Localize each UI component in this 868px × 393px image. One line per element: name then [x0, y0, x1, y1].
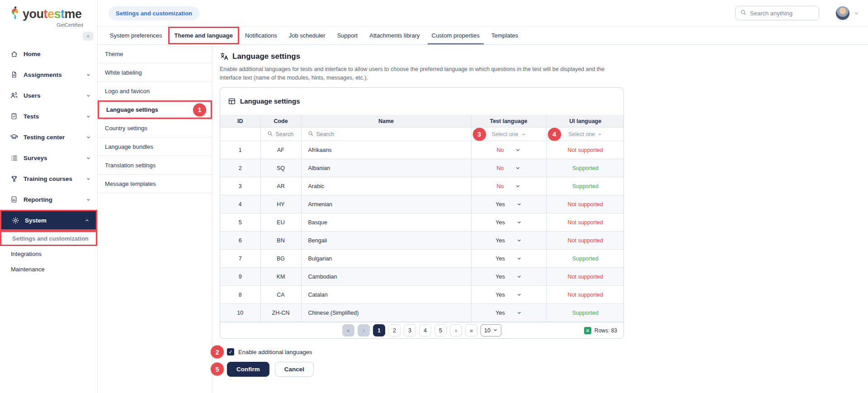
test-language-filter-cell[interactable]: 3 Select one	[471, 128, 546, 141]
cell-name: Armenian	[301, 195, 471, 213]
sidebar-item-tests[interactable]: Tests	[0, 106, 97, 127]
annotation-badge-2: 2	[211, 346, 224, 359]
tab-templates[interactable]: Templates	[486, 27, 524, 44]
settings-nav-translation-settings[interactable]: Translation settings	[98, 156, 212, 175]
cell-code: BN	[260, 232, 301, 250]
pagination-first-button[interactable]: «	[342, 324, 354, 336]
settings-nav-message-templates[interactable]: Message templates	[98, 175, 212, 193]
page-size-select[interactable]: 10	[481, 324, 501, 336]
sidebar-subitem-integrations[interactable]: Integrations	[0, 246, 97, 261]
page-size-value: 10	[484, 327, 491, 334]
sidebar-subitem-settings-and-customization[interactable]: Settings and customization	[0, 231, 97, 246]
pagination-next-button[interactable]: ›	[450, 324, 462, 336]
annotation-badge-5: 5	[211, 363, 224, 376]
test-language-value: No	[497, 165, 504, 171]
sidebar-item-label: Training courses	[24, 175, 80, 182]
cell-test-language: Yes	[471, 268, 546, 286]
global-search[interactable]	[735, 6, 819, 20]
cell-ui-language: Supported	[546, 250, 624, 268]
chevron-down-icon[interactable]	[517, 274, 522, 279]
chevron-down-icon[interactable]	[517, 238, 522, 243]
tab-custom-properties[interactable]: Custom properties	[426, 27, 486, 44]
cell-name: Bengali	[301, 232, 471, 250]
pagination-page-4[interactable]: 4	[419, 324, 431, 336]
settings-nav-label: Language settings	[106, 106, 158, 113]
cell-code: AR	[260, 177, 301, 195]
chevron-down-icon[interactable]	[515, 166, 520, 170]
table-row: 9KMCambodianYesNot supported	[220, 268, 624, 286]
tab-notifications[interactable]: Notifications	[239, 27, 283, 44]
sidebar-item-users[interactable]: Users	[0, 85, 97, 106]
tab-job-scheduler[interactable]: Job scheduler	[283, 27, 331, 44]
cell-name: Arabic	[301, 177, 471, 195]
sidebar-subitem-maintenance[interactable]: Maintenance	[0, 261, 97, 277]
cell-test-language: No	[471, 177, 546, 195]
sidebar-collapse-button[interactable]: «	[83, 32, 94, 41]
chevron-down-icon[interactable]	[517, 310, 522, 315]
pagination-prev-button[interactable]: ‹	[358, 324, 370, 336]
sidebar-item-reporting[interactable]: Reporting	[0, 189, 97, 210]
card-title: Language settings	[240, 97, 300, 105]
code-filter-cell[interactable]: Search	[260, 128, 301, 141]
sidebar-item-system[interactable]: System	[0, 210, 97, 231]
settings-nav-country-settings[interactable]: Country settings	[98, 119, 212, 137]
cell-code: KM	[260, 268, 301, 286]
tab-support[interactable]: Support	[331, 27, 364, 44]
content-row: ThemeWhite labelingLogo and faviconLangu…	[98, 45, 868, 393]
chevron-down-icon[interactable]	[517, 256, 522, 261]
sidebar-item-training-courses[interactable]: Training courses	[0, 168, 97, 189]
logo-segment: me	[65, 7, 82, 21]
cell-name: Afrikaans	[301, 141, 471, 159]
topbar-actions	[735, 6, 859, 20]
settings-nav-language-bundles[interactable]: Language bundles	[98, 137, 212, 156]
sidebar-item-testing-center[interactable]: Testing center	[0, 127, 97, 147]
sidebar-item-home[interactable]: Home	[0, 43, 97, 64]
chevron-down-icon[interactable]	[515, 184, 520, 189]
cell-ui-language: Not supported	[546, 286, 624, 304]
avatar-chevron-down-icon[interactable]	[854, 11, 859, 16]
cell-ui-language: Not supported	[546, 232, 624, 250]
breadcrumb-chip[interactable]: Settings and customization	[108, 6, 199, 20]
search-input[interactable]	[750, 10, 814, 17]
sidebar-item-assignments[interactable]: Assignments	[0, 64, 97, 85]
cell-ui-language: Not supported	[546, 268, 624, 286]
main-column: Settings and customization System prefer…	[98, 0, 868, 393]
sidebar-item-surveys[interactable]: Surveys	[0, 147, 97, 168]
cell-code: CA	[260, 286, 301, 304]
name-filter-cell[interactable]: Search	[301, 128, 471, 141]
settings-nav-language-settings[interactable]: Language settings1	[98, 100, 212, 119]
pagination-page-1[interactable]: 1	[373, 324, 385, 336]
settings-nav-logo-and-favicon[interactable]: Logo and favicon	[98, 82, 212, 100]
enable-additional-languages-checkbox[interactable]: ✓	[227, 348, 234, 355]
pagination-page-5[interactable]: 5	[434, 324, 447, 336]
cancel-button[interactable]: Cancel	[275, 362, 314, 377]
page-title: Language settings	[232, 52, 300, 61]
settings-nav-label: Translation settings	[105, 162, 156, 169]
chevron-down-icon[interactable]	[517, 202, 522, 207]
enable-languages-row: 2 ✓ Enable additional languages	[227, 346, 868, 358]
chevron-down-icon[interactable]	[517, 292, 522, 297]
topbar: Settings and customization	[98, 0, 868, 27]
ui-language-filter-cell[interactable]: 4 Select one	[546, 128, 624, 141]
pagination-last-button[interactable]: »	[465, 324, 477, 336]
tab-attachments-library[interactable]: Attachments library	[363, 27, 425, 44]
table-row: 4HYArmenianYesNot supported	[220, 195, 624, 213]
chevron-down-icon[interactable]	[517, 220, 522, 225]
excel-export-icon[interactable]	[584, 327, 591, 334]
pagination-page-2[interactable]: 2	[388, 324, 401, 336]
avatar[interactable]	[835, 6, 850, 20]
confirm-button[interactable]: Confirm	[227, 362, 269, 377]
column-header-ui-language: UI language	[546, 115, 624, 128]
table-filter-row: Search Search 3	[220, 128, 624, 141]
chevron-down-icon	[86, 197, 91, 202]
tab-theme-and-language[interactable]: Theme and language	[168, 27, 239, 44]
cell-code: HY	[260, 195, 301, 213]
chevron-down-icon[interactable]	[515, 147, 520, 152]
settings-nav-theme[interactable]: Theme	[98, 45, 212, 63]
tab-system-preferences[interactable]: System preferences	[104, 27, 168, 44]
settings-nav-white-labeling[interactable]: White labeling	[98, 63, 212, 82]
ui-language-select-label: Select one	[568, 131, 595, 137]
logo-segment: t	[44, 7, 48, 21]
pagination-page-3[interactable]: 3	[404, 324, 416, 336]
training-courses-icon	[10, 175, 18, 183]
